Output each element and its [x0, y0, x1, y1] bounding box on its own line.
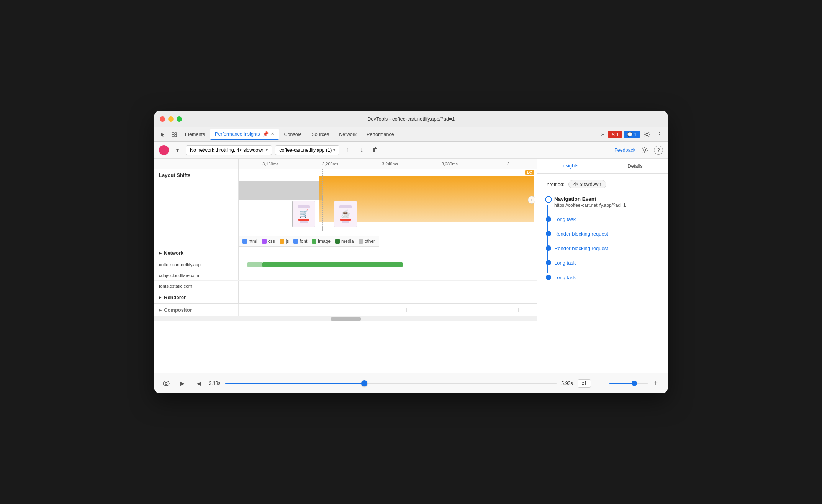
throttle-dropdown[interactable]: No network throttling, 4× slowdown ▾ — [186, 145, 272, 155]
horizontal-scrollbar[interactable] — [154, 316, 537, 321]
error-badge-button[interactable]: ✕ 1 — [608, 131, 622, 138]
event-link-long-task-3[interactable]: Long task — [554, 275, 576, 280]
settings-gear-button[interactable] — [639, 145, 650, 155]
event-link-long-task-2[interactable]: Long task — [554, 260, 576, 266]
timeline-scrubber[interactable] — [225, 383, 557, 384]
ruler-tick-5: 3 — [507, 162, 509, 166]
ruler-tick-2: 3,200ms — [322, 162, 338, 166]
window-controls — [160, 116, 182, 122]
chevron-down-icon[interactable]: ▾ — [172, 145, 183, 155]
network-row-3-label: fonts.gstatic.com — [154, 281, 239, 291]
network-row-1-content — [239, 259, 537, 270]
zoom-slider[interactable] — [609, 383, 648, 384]
time-end-label: 5.93s — [561, 381, 573, 386]
net-bar-1-main — [262, 262, 403, 267]
layers-icon[interactable] — [169, 129, 180, 140]
event-timeline: Navigation Event https://coffee-cart.net… — [544, 196, 662, 281]
legend-media-color — [335, 239, 340, 244]
download-button[interactable]: ↓ — [356, 145, 367, 155]
legend-image-color — [312, 239, 316, 244]
network-legend-row: html css js font — [154, 236, 537, 247]
timeline-panel: 3,160ms 3,200ms 3,240ms 3,280ms 3 Layout… — [154, 159, 537, 373]
slider-thumb[interactable] — [361, 380, 367, 386]
renderer-toggle[interactable]: ▸ Renderer — [154, 291, 239, 303]
url-chevron-icon: ▾ — [333, 148, 335, 152]
legend-image: image — [312, 239, 331, 244]
record-button[interactable] — [159, 145, 169, 155]
legend-image-label: image — [318, 239, 331, 244]
maximize-button[interactable] — [177, 116, 182, 122]
ruler-ticks: 3,160ms 3,200ms 3,240ms 3,280ms 3 — [239, 159, 537, 169]
zoom-out-button[interactable]: − — [596, 378, 607, 389]
layout-shifts-section: Layout Shifts LC 🛒 — [154, 169, 537, 236]
tab-insights[interactable]: Insights — [537, 159, 603, 173]
legend-font-label: font — [300, 239, 307, 244]
skip-start-button[interactable]: |◀ — [193, 378, 204, 389]
url-dropdown[interactable]: coffee-cart.netlify.app (1) ▾ — [275, 145, 339, 155]
net-bar-1-light — [247, 262, 262, 267]
tab-performance-insights[interactable]: Performance insights 📌 ✕ — [210, 129, 278, 140]
tab-details[interactable]: Details — [603, 159, 668, 173]
zoom-in-button[interactable]: + — [650, 378, 662, 389]
tab-elements[interactable]: Elements — [180, 129, 210, 140]
svg-point-6 — [165, 382, 167, 384]
tick — [406, 308, 407, 312]
legend-js: js — [280, 239, 289, 244]
tab-performance[interactable]: Performance — [362, 129, 399, 140]
more-tabs-button[interactable]: » — [599, 131, 606, 137]
event-navigation-url: https://coffee-cart.netlify.app/?ad=1 — [554, 203, 662, 208]
network-legend: html css js font — [239, 236, 379, 247]
event-link-long-task-1[interactable]: Long task — [554, 216, 576, 222]
feedback-link[interactable]: Feedback — [614, 147, 635, 153]
tab-network[interactable]: Network — [334, 129, 361, 140]
throttle-badge: 4× slowdown — [568, 180, 606, 188]
network-section-toggle[interactable]: ▸ Network — [154, 247, 239, 259]
delete-button[interactable]: 🗑 — [370, 145, 381, 155]
svg-point-5 — [644, 149, 646, 151]
tick — [518, 308, 519, 312]
event-link-render-blocking-1[interactable]: Render blocking request — [554, 231, 608, 237]
legend-media: media — [335, 239, 354, 244]
network-row-2-content — [239, 270, 537, 280]
legend-js-color — [280, 239, 284, 244]
event-navigation: Navigation Event https://coffee-cart.net… — [554, 196, 662, 208]
layout-shifts-label: Layout Shifts — [154, 169, 239, 236]
more-options-button[interactable]: ⋮ — [654, 129, 665, 140]
tab-bar: Elements Performance insights 📌 ✕ Consol… — [154, 127, 668, 142]
expand-button[interactable]: › — [528, 196, 535, 204]
tab-bar-right: » ✕ 1 💬 1 ⋮ — [599, 129, 665, 140]
svg-point-4 — [646, 133, 648, 136]
ruler-tick-4: 3,280ms — [442, 162, 458, 166]
message-badge-button[interactable]: 💬 1 — [624, 131, 640, 138]
window-title: DevTools - coffee-cart.netlify.app/?ad=1 — [367, 116, 455, 122]
tab-sources[interactable]: Sources — [307, 129, 334, 140]
event-link-render-blocking-2[interactable]: Render blocking request — [554, 245, 608, 251]
close-button[interactable] — [160, 116, 165, 122]
tick — [332, 308, 332, 312]
svg-rect-2 — [172, 135, 174, 137]
zoom-thumb[interactable] — [632, 381, 637, 386]
tick — [369, 308, 369, 312]
right-panel-content: Throttled: 4× slowdown Navigation Event … — [537, 174, 668, 373]
settings-button[interactable] — [642, 129, 652, 140]
cursor-icon[interactable] — [157, 129, 168, 140]
network-header-spacer — [154, 236, 239, 247]
compositor-toggle[interactable]: ▸ Compositor — [154, 304, 239, 316]
legend-other-label: other — [365, 239, 375, 244]
time-start-label: 3.13s — [209, 381, 221, 386]
play-button[interactable]: ▶ — [177, 378, 188, 389]
scrollbar-thumb[interactable] — [331, 317, 361, 321]
event-long-task-2: Long task — [554, 259, 662, 266]
main-area: 3,160ms 3,200ms 3,240ms 3,280ms 3 Layout… — [154, 159, 668, 373]
tick — [444, 308, 444, 312]
minimize-button[interactable] — [168, 116, 174, 122]
tab-close-icon[interactable]: ✕ — [271, 131, 274, 136]
help-button[interactable]: ? — [654, 146, 663, 155]
ruler-tick-1: 3,160ms — [262, 162, 278, 166]
legend-html-label: html — [249, 239, 257, 244]
eye-button[interactable] — [160, 378, 172, 389]
tab-console[interactable]: Console — [280, 129, 306, 140]
toolbar-right: Feedback ? — [614, 145, 663, 155]
network-row-1-label: coffee-cart.netlify.app — [154, 259, 239, 270]
upload-button[interactable]: ↑ — [342, 145, 353, 155]
